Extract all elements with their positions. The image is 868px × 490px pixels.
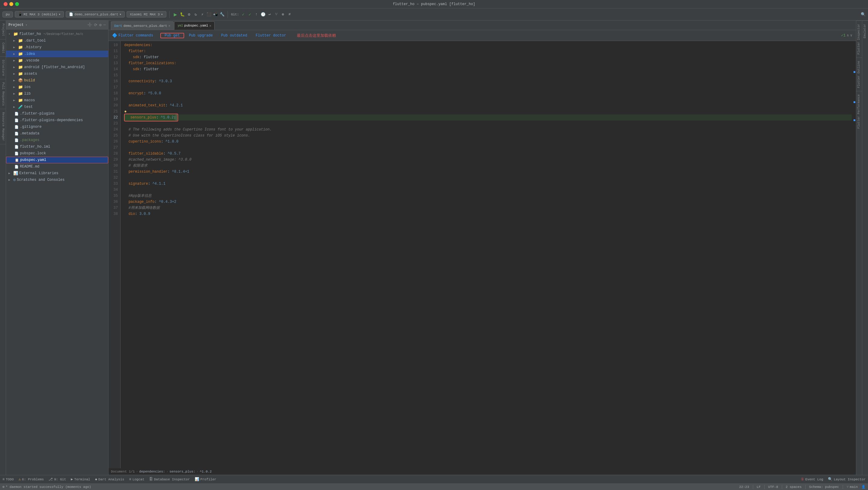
tree-scratches[interactable]: ▶ ⚙ Scratches and Consoles [6,177,108,183]
resource-manager-tab[interactable]: Resource Manager [0,109,6,144]
breadcrumb-path2[interactable]: sensors_plus: [169,470,195,473]
hot-reload-icon[interactable]: ⚡ [200,12,205,17]
expand-icon[interactable]: ∧ [847,33,849,38]
tree-metadata[interactable]: 📄 .metadata [6,130,108,137]
flutter-doctor-button[interactable]: Flutter doctor [252,32,290,39]
tab-close-1[interactable]: ✕ [168,24,170,28]
stop-icon[interactable]: ⬛ [207,12,211,17]
flutter-outline-tab[interactable]: Flutter Outline [856,58,862,91]
flutter-performance-tab[interactable]: Flutter Performance [856,91,862,132]
run-button[interactable]: ▶ [173,11,179,18]
status-line-sep[interactable]: LF [757,485,761,489]
profiler-tool[interactable]: 📊 Profiler [195,477,216,482]
arrow-build: ▶ [13,79,17,82]
git-push-icon[interactable]: ↑ [254,12,259,17]
tree-vscode[interactable]: ▶ 📁 .vscode [6,57,108,64]
tab-close-2[interactable]: ✕ [210,24,212,28]
git-revert-icon[interactable]: ↩ [267,12,272,17]
tree-macos[interactable]: ▶ 📁 macos [6,97,108,104]
terminal-tool[interactable]: ▶ Terminal [71,477,90,482]
flutter-inspector-tab[interactable]: Flutter Inspector [856,21,862,58]
database-tool[interactable]: 🗄 Database Inspector [149,477,190,482]
git-history-icon[interactable]: 🕐 [261,12,266,17]
minimize-button[interactable] [9,2,13,6]
status-indent[interactable]: 2 spaces [786,485,802,489]
tree-root[interactable]: ▾ 📁 flutter_ho ~/Desktop/flutter_ho/c [6,31,108,37]
git-branch-icon[interactable]: ⑂ [274,12,279,17]
git-tool[interactable]: ⎇ 9: Git [49,477,66,482]
structure-tab[interactable]: Structure [0,57,6,79]
minimize-panel-icon[interactable]: — [103,23,106,27]
tree-pubspec-lock[interactable]: 📄 pubspec.lock [6,150,108,157]
tree-assets[interactable]: ▶ 📁 assets [6,70,108,77]
dart-analysis-tool[interactable]: ◆ Dart Analysis [95,477,124,482]
tree-history[interactable]: ▶ 📁 .history [6,44,108,51]
flutter-tools-icon[interactable]: 🔧 [220,12,224,17]
pub-get-button[interactable]: Pub get [161,32,183,39]
maximize-button[interactable] [15,2,19,6]
status-encoding[interactable]: UTF-8 [768,485,778,489]
reload-icon[interactable]: ↻ [193,12,198,17]
line-num-35: 35 [108,193,120,199]
code-content[interactable]: dependencies: flutter: sdk: flutter flut… [121,41,852,468]
code-num-22: ^1.0.2 [161,115,174,121]
tree-gitignore[interactable]: 📄 .gitignore [6,124,108,130]
git-diff-icon[interactable]: ≠ [287,12,292,17]
search-icon[interactable]: 🔍 [861,12,866,17]
tree-lib[interactable]: ▶ 📁 lib [6,90,108,97]
status-schema[interactable]: Schema: pubspec [809,485,839,489]
flutter-icon[interactable]: ⚙ [187,12,191,17]
git-commit-icon[interactable]: ✓ [247,12,252,17]
tree-flutter-plugins[interactable]: 📄 .flutter-plugins [6,110,108,117]
tree-iml[interactable]: 📄 flutter_ho.iml [6,144,108,150]
breadcrumb-path3[interactable]: ^1.0.2 [200,470,212,473]
tree-packages[interactable]: 📄 .packages [6,137,108,144]
status-branch[interactable]: ⑂ main [846,485,858,489]
tree-idea[interactable]: ▶ 📁 .idea [6,51,108,57]
code-num-38: 3.0.9 [139,211,150,217]
pub-upgrade-button[interactable]: Pub upgrade [185,32,216,39]
tree-external-libraries[interactable]: ▶ 📊 External Libraries [6,170,108,177]
pull-requests-tab[interactable]: Pull Requests [0,79,6,109]
breadcrumb-path1[interactable]: dependencies: [139,470,165,473]
tab-pubspec[interactable]: yml pubspec.yaml ✕ [174,21,215,30]
settings-icon[interactable]: ⚙ [99,23,101,27]
add-icon[interactable]: ➕ [87,23,92,27]
tree-build[interactable]: ▶ 📦 build [6,77,108,84]
git-check-icon[interactable]: ✓ [241,12,246,17]
pu-button[interactable]: pu [2,11,13,18]
tree-dart-tool[interactable]: ▶ 📁 .dart_tool [6,37,108,44]
status-position[interactable]: 22:23 [739,485,749,489]
debug-icon[interactable]: 🐛 [180,12,185,17]
code-line-22[interactable]: sensors_plus: ^1.0.2| [123,115,852,121]
problems-tool[interactable]: ⚠ 6: Problems [19,477,44,482]
device-selector[interactable]: 📱 MI MAX 3 (mobile) ▾ [15,11,64,18]
tree-flutter-plugins-deps[interactable]: 📄 .flutter-plugins-dependencies [6,117,108,124]
device-manager-icon[interactable]: 📲 [213,12,218,17]
file-selector-1[interactable]: 📄 demo_sensors_plus.dart ▾ [66,11,125,18]
window-controls[interactable] [4,2,19,6]
pub-outdated-button[interactable]: Pub outdated [218,32,251,39]
tree-android[interactable]: ▶ 📁 android [flutter_ho_android] [6,64,108,70]
sync-icon[interactable]: ⟳ [94,23,97,27]
project-tab[interactable]: Project [0,21,6,39]
line-num-21: 21 [108,109,120,115]
git-merge-icon[interactable]: ⊕ [281,12,285,17]
code-line-30: # 权限请求 [123,163,852,169]
tab-demo-sensors[interactable]: Dart demo_sensors_plus.dart ✕ [111,21,174,30]
tree-pubspec-yaml[interactable]: 📋 pubspec.yaml [6,157,108,163]
collapse-icon[interactable]: ∨ [850,33,852,38]
event-log-tool[interactable]: ① Event Log [801,477,823,482]
logcat-tool[interactable]: ≡ Logcat [129,477,144,482]
file-selector-2[interactable]: Xiaomi MI MAX 3 ▾ [127,11,166,18]
tree-readme[interactable]: 📄 README.md [6,163,108,170]
tree-ios[interactable]: ▶ 📁 ios [6,84,108,90]
line-num-25: 25 [108,132,120,139]
close-button[interactable] [4,2,7,6]
commit-tab[interactable]: Commit [0,39,6,57]
layout-inspector-tool[interactable]: 🔍 Layout Inspector [828,477,866,482]
emulator-tab[interactable]: Emulator [862,21,868,41]
tree-test[interactable]: ▶ 🧪 test [6,104,108,110]
todo-tool[interactable]: ≡ TODO [2,477,14,482]
line-num-26: 26 [108,139,120,145]
